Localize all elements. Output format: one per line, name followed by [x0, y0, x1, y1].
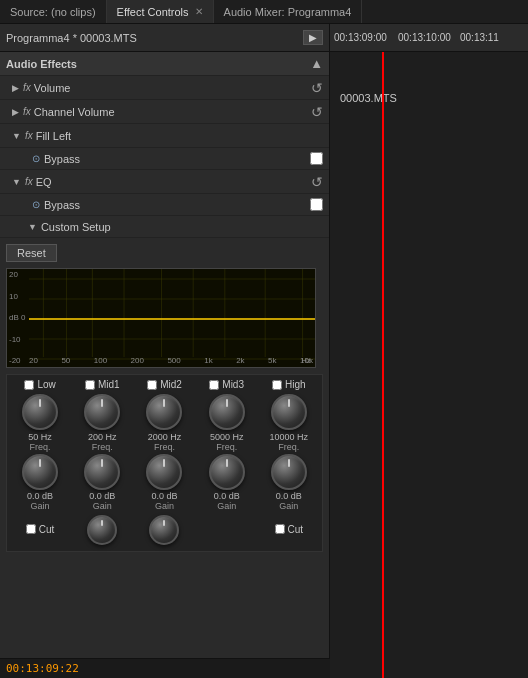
band-mid3-header: Mid3 — [198, 379, 256, 392]
mid1-gain-knob[interactable] — [84, 454, 120, 490]
mid1-q-knob[interactable] — [87, 515, 117, 545]
mid3-freq-value: 5000 Hz — [210, 432, 244, 442]
mid2-enable-checkbox[interactable] — [147, 380, 157, 390]
mid3-gain-knob[interactable] — [209, 454, 245, 490]
eq-graph: 20 10 dB 0 -10 -20 20 50 100 200 500 1k … — [6, 268, 316, 368]
eq-effect-name: EQ — [36, 176, 311, 188]
low-gain-label: Gain — [31, 501, 50, 511]
mid1-band-label: Mid1 — [98, 379, 120, 390]
tab-audio-mixer[interactable]: Audio Mixer: Programma4 — [214, 0, 363, 23]
custom-setup-label: Custom Setup — [41, 221, 111, 233]
volume-expand-arrow: ▶ — [12, 83, 19, 93]
mid3-gain-value: 0.0 dB — [214, 491, 240, 501]
mid2-gain-value: 0.0 dB — [151, 491, 177, 501]
eq-reset-button[interactable]: Reset — [6, 244, 57, 262]
volume-reset-icon[interactable]: ↺ — [311, 80, 323, 96]
x-label-20: 20 — [29, 356, 38, 365]
timeline-body: 00003.MTS — [330, 52, 528, 678]
sequence-nav-button[interactable]: ▶ — [303, 30, 323, 45]
mid1-gain-label: Gain — [93, 501, 112, 511]
mid3-band-label: Mid3 — [222, 379, 244, 390]
mid1-freq-knob[interactable] — [84, 394, 120, 430]
high-enable-checkbox[interactable] — [272, 380, 282, 390]
mid1-q-item — [73, 515, 131, 545]
low-freq-value: 50 Hz — [28, 432, 52, 442]
hz-label: Hz — [301, 356, 311, 365]
low-freq-knob[interactable] — [22, 394, 58, 430]
mid2-q-item — [135, 515, 193, 545]
volume-effect-row[interactable]: ▶ fx Volume ↺ — [0, 76, 329, 100]
mid2-band-label: Mid2 — [160, 379, 182, 390]
low-gain-value: 0.0 dB — [27, 491, 53, 501]
band-mid1-header: Mid1 — [73, 379, 131, 392]
sequence-header: Programma4 * 00003.MTS ▶ — [0, 24, 329, 52]
y-label-20: 20 — [9, 271, 25, 279]
audio-effects-expand-icon[interactable]: ▲ — [310, 56, 323, 71]
high-freq-knob[interactable] — [271, 394, 307, 430]
eq-panel: Reset 20 10 dB 0 -10 -20 20 50 100 200 5… — [0, 238, 329, 678]
mid3-enable-checkbox[interactable] — [209, 380, 219, 390]
low-freq-knob-item: 50 Hz Freq. — [11, 394, 69, 452]
custom-setup-row[interactable]: ▼ Custom Setup — [0, 216, 329, 238]
low-enable-checkbox[interactable] — [24, 380, 34, 390]
low-cut-checkbox[interactable] — [26, 524, 36, 534]
low-cut-label: Cut — [39, 524, 55, 535]
eq-bypass-checkbox[interactable] — [310, 198, 323, 211]
mid1-freq-knob-item: 200 Hz Freq. — [73, 394, 131, 452]
high-cut-item: Cut — [260, 524, 318, 537]
mid1-enable-checkbox[interactable] — [85, 380, 95, 390]
low-freq-label: Freq. — [30, 442, 51, 452]
tab-bar: Source: (no clips) Effect Controls ✕ Aud… — [0, 0, 528, 24]
gain-knobs-row: 0.0 dB Gain 0.0 dB Gain 0.0 dB Gain — [9, 454, 320, 511]
fill-left-bypass-row: ⊙ Bypass — [0, 148, 329, 170]
timecode-display: 00:13:09:22 — [6, 662, 79, 675]
volume-fx-label: fx — [23, 82, 31, 93]
band-mid2-header: Mid2 — [135, 379, 193, 392]
high-cut-checkbox[interactable] — [275, 524, 285, 534]
eq-y-labels: 20 10 dB 0 -10 -20 — [9, 269, 25, 367]
mid3-freq-knob[interactable] — [209, 394, 245, 430]
tab-source[interactable]: Source: (no clips) — [0, 0, 107, 23]
eq-fx-label: fx — [25, 176, 33, 187]
high-gain-knob[interactable] — [271, 454, 307, 490]
x-label-2k: 2k — [236, 356, 244, 365]
channel-volume-effect-row[interactable]: ▶ fx Channel Volume ↺ — [0, 100, 329, 124]
band-headers-row: Low Mid1 Mid2 — [9, 379, 320, 392]
mid2-gain-knob-item: 0.0 dB Gain — [135, 454, 193, 511]
time-marker-3: 00:13:11 — [460, 32, 499, 43]
high-freq-label: Freq. — [278, 442, 299, 452]
channel-volume-reset-icon[interactable]: ↺ — [311, 104, 323, 120]
low-gain-knob[interactable] — [22, 454, 58, 490]
eq-expand-arrow: ▼ — [12, 177, 21, 187]
low-cut-item: Cut — [11, 524, 69, 537]
fill-left-bypass-label: Bypass — [44, 153, 310, 165]
main-layout: Programma4 * 00003.MTS ▶ Audio Effects ▲… — [0, 24, 528, 678]
fill-left-effect-name: Fill Left — [36, 130, 323, 142]
mid2-freq-knob-item: 2000 Hz Freq. — [135, 394, 193, 452]
mid2-q-knob[interactable] — [149, 515, 179, 545]
tab-effect-controls[interactable]: Effect Controls ✕ — [107, 0, 214, 23]
eq-effect-row[interactable]: ▼ fx EQ ↺ — [0, 170, 329, 194]
high-freq-knob-item: 10000 Hz Freq. — [260, 394, 318, 452]
mid1-freq-value: 200 Hz — [88, 432, 117, 442]
eq-x-labels: 20 50 100 200 500 1k 2k 5k 10k — [29, 356, 313, 365]
fill-left-bypass-checkbox[interactable] — [310, 152, 323, 165]
eq-reset-icon[interactable]: ↺ — [311, 174, 323, 190]
channel-volume-expand-arrow: ▶ — [12, 107, 19, 117]
mid1-freq-label: Freq. — [92, 442, 113, 452]
y-label-10: 10 — [9, 293, 25, 301]
x-label-100: 100 — [94, 356, 107, 365]
playhead — [382, 52, 384, 678]
band-high-header: High — [260, 379, 318, 392]
y-label-0: dB 0 — [9, 314, 25, 322]
close-icon[interactable]: ✕ — [195, 6, 203, 17]
mid2-gain-knob[interactable] — [146, 454, 182, 490]
mid2-freq-knob[interactable] — [146, 394, 182, 430]
y-label-neg20: -20 — [9, 357, 25, 365]
freq-knobs-row: 50 Hz Freq. 200 Hz Freq. 2000 Hz Freq. — [9, 394, 320, 452]
fill-left-effect-row[interactable]: ▼ fx Fill Left — [0, 124, 329, 148]
band-low-header: Low — [11, 379, 69, 392]
time-marker-2: 00:13:10:00 — [398, 32, 451, 43]
high-cut-label: Cut — [288, 524, 304, 535]
eq-bypass-label: Bypass — [44, 199, 310, 211]
